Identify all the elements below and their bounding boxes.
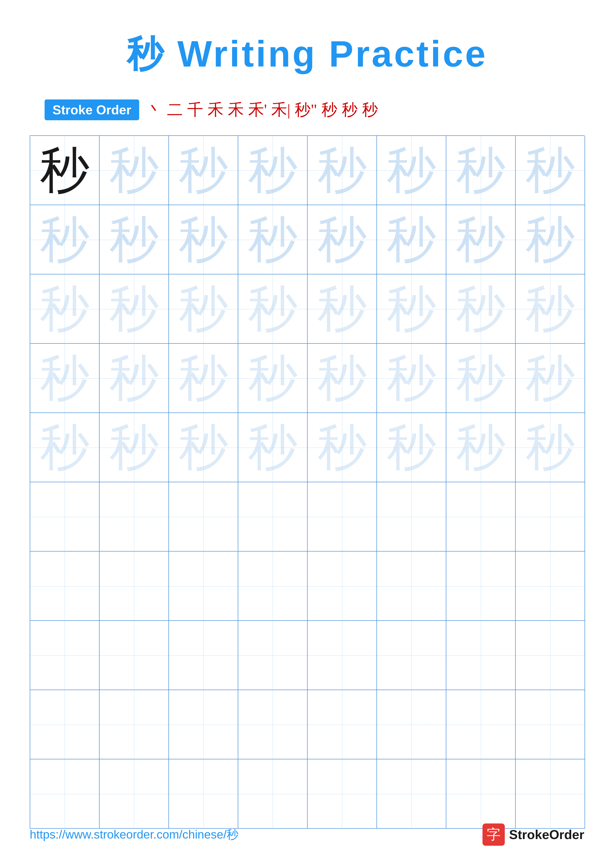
grid-cell-4-8[interactable]: 秒 bbox=[516, 344, 585, 413]
grid-cell-3-2[interactable]: 秒 bbox=[99, 274, 169, 344]
grid-cell-3-6[interactable]: 秒 bbox=[377, 274, 446, 344]
grid-cell-3-4[interactable]: 秒 bbox=[238, 274, 308, 344]
grid-cell-6-7[interactable] bbox=[446, 482, 516, 552]
grid-cell-3-1[interactable]: 秒 bbox=[30, 274, 99, 344]
grid-cell-6-2[interactable] bbox=[99, 482, 169, 552]
grid-cell-7-7[interactable] bbox=[446, 552, 516, 621]
grid-cell-8-5[interactable] bbox=[308, 621, 377, 690]
grid-cell-3-5[interactable]: 秒 bbox=[308, 274, 377, 344]
grid-cell-5-5[interactable]: 秒 bbox=[308, 413, 377, 482]
grid-cell-7-5[interactable] bbox=[308, 552, 377, 621]
grid-cell-10-7[interactable] bbox=[446, 760, 516, 829]
grid-row-3: 秒 秒 秒 秒 秒 秒 秒 秒 bbox=[30, 274, 584, 344]
grid-cell-6-3[interactable] bbox=[169, 482, 238, 552]
grid-cell-7-2[interactable] bbox=[99, 552, 169, 621]
char-faint: 秒 bbox=[317, 414, 367, 481]
grid-cell-9-2[interactable] bbox=[99, 690, 169, 760]
grid-cell-6-4[interactable] bbox=[238, 482, 308, 552]
grid-cell-2-4[interactable]: 秒 bbox=[238, 205, 308, 274]
grid-cell-7-3[interactable] bbox=[169, 552, 238, 621]
grid-cell-3-7[interactable]: 秒 bbox=[446, 274, 516, 344]
grid-cell-6-8[interactable] bbox=[516, 482, 585, 552]
grid-cell-2-7[interactable]: 秒 bbox=[446, 205, 516, 274]
grid-cell-7-1[interactable] bbox=[30, 552, 99, 621]
grid-cell-6-5[interactable] bbox=[308, 482, 377, 552]
grid-cell-5-4[interactable]: 秒 bbox=[238, 413, 308, 482]
grid-cell-2-8[interactable]: 秒 bbox=[516, 205, 585, 274]
grid-cell-7-8[interactable] bbox=[516, 552, 585, 621]
grid-cell-9-3[interactable] bbox=[169, 690, 238, 760]
grid-cell-9-6[interactable] bbox=[377, 690, 446, 760]
grid-cell-1-7[interactable]: 秒 bbox=[446, 136, 516, 205]
grid-cell-2-2[interactable]: 秒 bbox=[99, 205, 169, 274]
grid-cell-1-6[interactable]: 秒 bbox=[377, 136, 446, 205]
grid-cell-4-6[interactable]: 秒 bbox=[377, 344, 446, 413]
grid-cell-5-1[interactable]: 秒 bbox=[30, 413, 99, 482]
grid-cell-8-3[interactable] bbox=[169, 621, 238, 690]
grid-cell-4-2[interactable]: 秒 bbox=[99, 344, 169, 413]
grid-cell-5-3[interactable]: 秒 bbox=[169, 413, 238, 482]
grid-cell-1-2[interactable]: 秒 bbox=[99, 136, 169, 205]
grid-cell-10-2[interactable] bbox=[99, 760, 169, 829]
grid-cell-4-5[interactable]: 秒 bbox=[308, 344, 377, 413]
grid-cell-2-3[interactable]: 秒 bbox=[169, 205, 238, 274]
grid-cell-8-7[interactable] bbox=[446, 621, 516, 690]
char-faint: 秒 bbox=[40, 345, 89, 412]
grid-row-1: 秒 秒 秒 秒 秒 秒 秒 秒 bbox=[30, 136, 584, 205]
grid-cell-10-4[interactable] bbox=[238, 760, 308, 829]
grid-row-10 bbox=[30, 760, 584, 829]
grid-cell-8-8[interactable] bbox=[516, 621, 585, 690]
stroke-order-chars: 丶 二 千 禾 禾 禾' 禾| 秒" 秒 秒 秒 bbox=[147, 99, 378, 121]
grid-cell-5-2[interactable]: 秒 bbox=[99, 413, 169, 482]
grid-cell-3-8[interactable]: 秒 bbox=[516, 274, 585, 344]
grid-cell-4-1[interactable]: 秒 bbox=[30, 344, 99, 413]
grid-cell-10-1[interactable] bbox=[30, 760, 99, 829]
footer-url[interactable]: https://www.strokeorder.com/chinese/秒 bbox=[30, 827, 238, 843]
grid-cell-4-4[interactable]: 秒 bbox=[238, 344, 308, 413]
stroke-char-8: 秒" bbox=[295, 99, 317, 121]
grid-cell-1-1[interactable]: 秒 bbox=[30, 136, 99, 205]
char-faint: 秒 bbox=[109, 345, 159, 412]
grid-cell-10-8[interactable] bbox=[516, 760, 585, 829]
grid-cell-10-6[interactable] bbox=[377, 760, 446, 829]
grid-cell-1-4[interactable]: 秒 bbox=[238, 136, 308, 205]
char-guide: 秒 bbox=[456, 137, 505, 204]
grid-cell-2-1[interactable]: 秒 bbox=[30, 205, 99, 274]
grid-cell-9-4[interactable] bbox=[238, 690, 308, 760]
stroke-char-10: 秒 bbox=[342, 99, 358, 121]
stroke-char-3: 千 bbox=[187, 99, 203, 121]
char-faint: 秒 bbox=[109, 276, 159, 343]
grid-cell-5-7[interactable]: 秒 bbox=[446, 413, 516, 482]
grid-cell-10-5[interactable] bbox=[308, 760, 377, 829]
grid-cell-7-4[interactable] bbox=[238, 552, 308, 621]
char-faint: 秒 bbox=[248, 345, 297, 412]
grid-cell-1-5[interactable]: 秒 bbox=[308, 136, 377, 205]
grid-cell-9-7[interactable] bbox=[446, 690, 516, 760]
grid-cell-8-6[interactable] bbox=[377, 621, 446, 690]
char-main: 秒 bbox=[40, 137, 89, 204]
grid-cell-4-3[interactable]: 秒 bbox=[169, 344, 238, 413]
char-faint: 秒 bbox=[179, 345, 228, 412]
char-guide: 秒 bbox=[179, 206, 228, 273]
grid-cell-4-7[interactable]: 秒 bbox=[446, 344, 516, 413]
grid-cell-9-1[interactable] bbox=[30, 690, 99, 760]
grid-cell-8-1[interactable] bbox=[30, 621, 99, 690]
grid-cell-10-3[interactable] bbox=[169, 760, 238, 829]
grid-cell-1-8[interactable]: 秒 bbox=[516, 136, 585, 205]
grid-cell-2-6[interactable]: 秒 bbox=[377, 205, 446, 274]
char-faint: 秒 bbox=[109, 414, 159, 481]
grid-cell-2-5[interactable]: 秒 bbox=[308, 205, 377, 274]
grid-cell-6-6[interactable] bbox=[377, 482, 446, 552]
char-faint: 秒 bbox=[179, 276, 228, 343]
grid-cell-9-8[interactable] bbox=[516, 690, 585, 760]
grid-cell-5-8[interactable]: 秒 bbox=[516, 413, 585, 482]
grid-cell-8-4[interactable] bbox=[238, 621, 308, 690]
grid-cell-7-6[interactable] bbox=[377, 552, 446, 621]
grid-cell-5-6[interactable]: 秒 bbox=[377, 413, 446, 482]
grid-cell-9-5[interactable] bbox=[308, 690, 377, 760]
grid-cell-8-2[interactable] bbox=[99, 621, 169, 690]
grid-cell-1-3[interactable]: 秒 bbox=[169, 136, 238, 205]
grid-cell-3-3[interactable]: 秒 bbox=[169, 274, 238, 344]
grid-row-7 bbox=[30, 552, 584, 621]
grid-cell-6-1[interactable] bbox=[30, 482, 99, 552]
